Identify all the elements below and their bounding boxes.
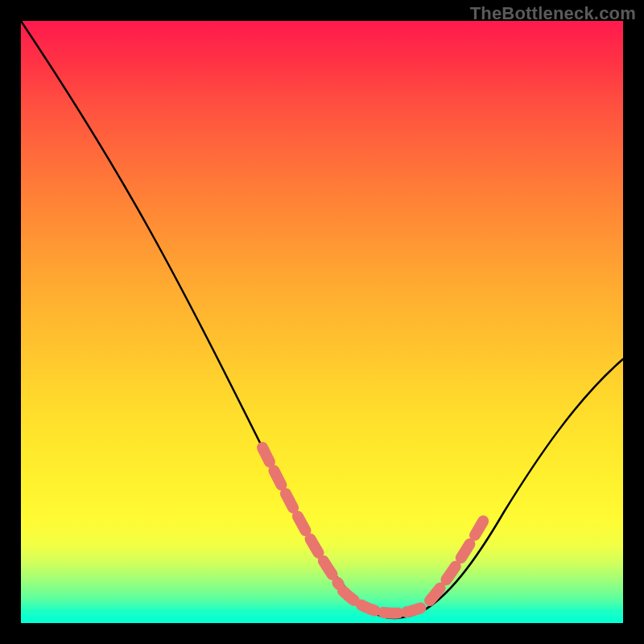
highlight-right xyxy=(430,520,484,601)
highlight-left xyxy=(262,448,339,584)
chart-plot-area xyxy=(21,21,623,623)
highlight-valley xyxy=(343,591,423,613)
bottleneck-curve xyxy=(21,21,623,623)
watermark-text: TheBottleneck.com xyxy=(470,3,636,24)
curve-path xyxy=(21,21,623,618)
